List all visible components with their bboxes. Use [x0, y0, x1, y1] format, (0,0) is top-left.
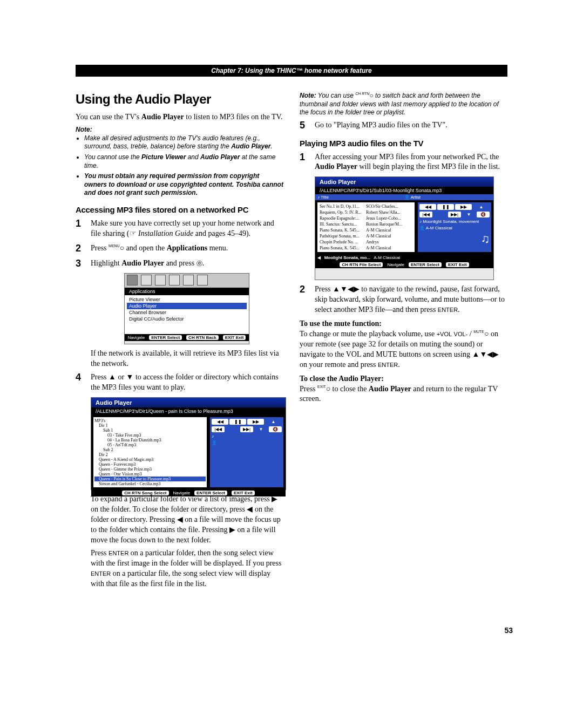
close-paragraph: Press EXIT○ to close the Audio Player an…: [300, 384, 507, 405]
step-number: 1: [76, 219, 85, 229]
step-4: 4 Press ▲ or ▼ to access the folder or d…: [76, 372, 283, 393]
step-number: 5: [300, 120, 309, 131]
fig1-legend-item: EXIT Exit: [223, 335, 246, 340]
step-text: Go to "Playing MP3 audio files on the TV…: [315, 120, 507, 131]
fig3-legend-item: ENTER Select: [409, 262, 442, 267]
step-3: 3 Highlight Audio Player and press ⓔ.: [76, 258, 283, 269]
fig1-legend-item: CH RTN Back: [186, 335, 219, 340]
note-item: You must obtain any required permission …: [84, 172, 283, 198]
step-text: Make sure you have correctly set up your…: [91, 219, 283, 239]
music-note-icon: ♫: [419, 232, 490, 246]
right-note: Note: You can use CH RTN○ to switch back…: [300, 92, 507, 117]
step2-post: and open the Applications menu.: [124, 244, 228, 252]
fig3-path: /ALLENMPC/MP3's/Dir1/Sub1/03-Moonlight S…: [315, 187, 493, 194]
audio-player-tree-figure: Audio Player /ALLENMPC/MP3's/Dir1/Queen …: [91, 397, 286, 490]
fig3-legend: CH RTN File Select Navigate ENTER Select…: [315, 261, 493, 268]
fig3-legend-item: CH RTN File Select: [340, 262, 383, 267]
fig1-row: Picture Viewer: [127, 296, 247, 303]
fig3-nowplaying-artist: A-M Classical: [426, 226, 452, 230]
enter-button-icon: ⓔ: [196, 260, 202, 267]
fig3-legend-item: Navigate: [387, 262, 404, 267]
mute-paragraph: To change or mute the playback volume, u…: [300, 329, 507, 370]
fig1-row: Digital CC/Audio Selector: [127, 316, 247, 322]
step-text: Press MENU○ and open the Applications me…: [91, 243, 283, 254]
step-number: 2: [300, 284, 309, 295]
artist-icon: 👤: [212, 440, 282, 445]
mute-heading: To use the mute function:: [300, 319, 507, 328]
intro-paragraph: You can use the TV's Audio Player to lis…: [76, 112, 283, 123]
step-number: 2: [76, 243, 85, 254]
note-item: You cannot use the Picture Viewer and Au…: [84, 153, 283, 170]
step-1: 1 Make sure you have correctly set up yo…: [76, 219, 283, 239]
fig1-legend-item: Navigate: [128, 335, 145, 340]
note-list: Make all desired adjustments to the TV's…: [76, 134, 283, 198]
page-title: Using the Audio Player: [76, 92, 283, 107]
applications-menu-figure: Applications Picture Viewer Audio Player…: [124, 273, 249, 344]
page-number: 53: [504, 626, 513, 635]
step-5: 5 Go to "Playing MP3 audio files on the …: [300, 120, 507, 131]
step-text: Highlight Audio Player and press ⓔ.: [91, 258, 283, 269]
after-fig2-p2: Press ENTER on a particular folder, then…: [91, 548, 283, 589]
menu-button-label: MENU: [109, 244, 120, 248]
fig2-path: /ALLENMPC/MP3's/Dir1/Queen - pain Is Clo…: [91, 407, 286, 415]
section-heading-accessing: Accessing MP3 files stored on a networke…: [76, 205, 283, 214]
fig3-rows: Ser No.1 in D, Op.11...SCO/Sir Charles..…: [317, 202, 415, 252]
note-item: Make all desired adjustments to the TV's…: [84, 134, 283, 151]
play-step-2: 2 Press ▲▼◀▶ to navigate to the rewind, …: [300, 284, 507, 315]
fig1-rows: Picture Viewer Audio Player Channel Brow…: [125, 295, 249, 323]
chapter-bar: Chapter 7: Using the THINC™ home network…: [76, 65, 507, 77]
after-fig2-p1: To expand a particular folder to view a …: [91, 494, 283, 545]
fig2-tree: MP3'sDir 1Sub 103 - Take Five.mp304 - La…: [93, 417, 207, 487]
fig1-row: Audio Player: [127, 303, 247, 309]
fig1-title: Applications: [125, 288, 249, 295]
fig3-nowplaying-title: Moonlight Sonata, movement: [423, 219, 479, 224]
step3-pre: Highlight Audio Player and press: [91, 259, 196, 267]
note-label: Note:: [76, 126, 283, 133]
right-column: Note: You can use CH RTN○ to switch back…: [300, 92, 507, 593]
fig1-legend: Navigate ENTER Select CH RTN Back EXIT E…: [125, 334, 249, 341]
step-number: 4: [76, 372, 85, 383]
step3-post: .: [202, 259, 205, 267]
fig3-highlight-title: Moolight Sonata, mo...: [324, 255, 370, 260]
step2-pre: Press: [91, 244, 109, 252]
left-column: Using the Audio Player You can use the T…: [76, 92, 283, 593]
menu-button-glyph: ○: [120, 244, 124, 252]
fig3-col-artist: Artist: [411, 195, 421, 200]
fig3-highlight-artist: A-M Classical: [374, 255, 400, 260]
play-step-1: 1 After accessing your MP3 files from yo…: [300, 152, 507, 173]
step-text: Press ▲ or ▼ to access the folder or dir…: [91, 372, 283, 393]
fig3-control-panel: ◀◀❚❚▶▶▲ |◀◀x▶▶|▼🔇 ♪ Moonlight Sonata, mo…: [418, 202, 491, 252]
step-text: Press ▲▼◀▶ to navigate to the rewind, pa…: [315, 284, 507, 315]
close-heading: To close the Audio Player:: [300, 375, 507, 383]
step-2: 2 Press MENU○ and open the Applications …: [76, 243, 283, 254]
fig3-title: Audio Player: [315, 177, 493, 187]
section-heading-playing: Playing MP3 audio files on the TV: [300, 139, 507, 148]
audio-player-list-figure: Audio Player /ALLENMPC/MP3's/Dir1/Sub1/0…: [315, 176, 494, 280]
fig3-legend-item: EXIT Exit: [446, 262, 469, 267]
step-text: After accessing your MP3 files from your…: [315, 152, 507, 173]
step-number: 1: [300, 152, 309, 163]
after-fig1-text: If the network is available, it will ret…: [91, 349, 283, 369]
fig3-col-title: Title: [321, 195, 329, 200]
fig2-control-panel: ◀◀❚❚▶▶▲ |◀◀x▶▶|▼🔇 ♪ 👤: [210, 417, 283, 487]
fig1-row: Channel Browser: [127, 309, 247, 316]
fig2-title: Audio Player: [91, 398, 286, 407]
fig1-legend-item: ENTER Select: [149, 335, 182, 340]
step-number: 3: [76, 258, 85, 269]
